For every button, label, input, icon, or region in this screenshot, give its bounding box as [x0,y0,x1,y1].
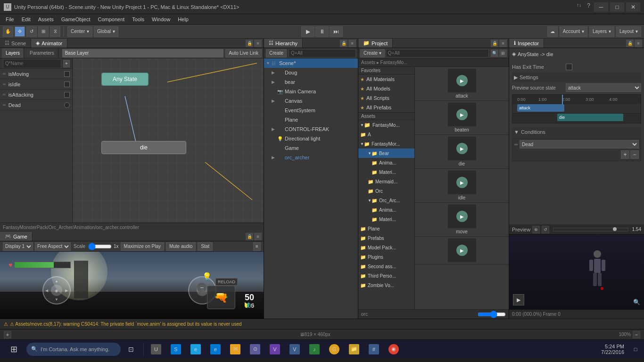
conditions-section[interactable]: ▼ Conditions [512,127,641,137]
project-create-btn[interactable]: Create ▾ [360,49,385,58]
hierarchy-item-bear[interactable]: ▶ bear [264,77,358,87]
edge-btn[interactable]: e [206,341,225,358]
search-btn[interactable]: 🔍 [491,49,498,57]
hierarchy-item-orc[interactable]: ▶ orc_archer [264,153,358,162]
hierarchy-item-game[interactable]: Game [264,143,358,153]
auto-live-link-button[interactable]: Auto Live Link [225,49,262,58]
folder-third-pers[interactable]: 📁 Third Perso... [358,271,414,280]
cortana-search[interactable]: 🔍 I'm Cortana. Ask me anything. [26,343,121,356]
isidle-checkbox[interactable] [64,82,70,87]
cloud-button[interactable]: ☁ [547,26,558,37]
animator-tab[interactable]: ◈ Animator [31,39,67,48]
scrubber-handle[interactable] [613,227,617,231]
account-dropdown[interactable]: Account ▾ [560,26,587,37]
folder-orc-anim[interactable]: 📁 Anima... [358,205,414,214]
folder-orc-archer[interactable]: ▼ 📁 Orc_Arc... [358,196,414,205]
inspector-tab[interactable]: ℹ Inspector [509,39,544,48]
maximize-button[interactable]: □ [610,2,624,12]
hierarchy-item-canvas[interactable]: ▶ Canvas [264,96,358,106]
notification-btn[interactable]: □ [629,340,642,358]
folder-all-scripts[interactable]: ★ All Scripts [358,93,414,103]
tool-rotate[interactable]: ↺ [26,26,37,37]
asset-move[interactable]: ▶ move [415,203,509,237]
die-state-node[interactable]: die [101,141,186,154]
asset-beaten[interactable]: ▶ beaten [415,101,509,135]
audio-btn[interactable]: ♪ [305,341,324,358]
hierarchy-menu-btn[interactable]: ≡ [348,40,356,47]
mute-button[interactable]: Mute audio [166,242,196,251]
tool-move[interactable]: ✥ [15,26,25,37]
task-view-btn[interactable]: ⊡ [122,341,140,358]
skype-btn[interactable]: S [166,341,185,358]
folder-fantasym[interactable]: ▼ 📁 FantasyMo... [358,120,414,130]
calc-btn[interactable]: # [364,341,383,358]
minus-button[interactable]: − [197,282,207,293]
game-menu-button[interactable]: ≡ [254,233,262,240]
dead-indicator[interactable] [64,102,70,108]
step-button[interactable]: ⏭ [330,26,343,37]
hierarchy-item-dirlight[interactable]: 💡 Directional light [264,134,358,143]
inspector-lock-btn[interactable]: 🔒 [626,40,634,47]
pause-button[interactable]: ⏸ [315,26,329,37]
hierarchy-tab[interactable]: ☷ Hierarchy [264,39,303,48]
chrome-btn[interactable]: G [325,341,344,358]
preview-content[interactable]: ▶ 🔍 [509,235,644,309]
vs-btn[interactable]: V [265,341,284,358]
hierarchy-item-doug[interactable]: ▶ Doug [264,68,358,77]
chrome2-btn[interactable]: ◉ [384,341,403,358]
stats-button[interactable]: Stat [198,242,213,251]
sort-btn[interactable]: ⊞ [499,49,507,57]
parameters-tab[interactable]: Parameters [26,48,58,58]
scale-slider[interactable] [88,244,112,249]
vs2-btn[interactable]: V [285,341,304,358]
param-isidle[interactable]: ═ isIdle [0,79,73,90]
menu-help[interactable]: Help [174,16,192,23]
folder-plane[interactable]: 📁 Plane [358,224,414,233]
remove-condition-btn[interactable]: − [630,150,639,159]
preview-btn2[interactable]: ↺ [542,226,549,233]
minimize-button[interactable]: ─ [594,2,608,12]
hierarchy-lock-btn[interactable]: 🔒 [340,40,347,47]
left-joystick[interactable]: ◈ ▲ ▼ ◀ ▶ [42,276,71,304]
lock-button[interactable]: 🔒 [246,40,253,47]
menu-window[interactable]: Window [148,16,174,23]
light-icon[interactable]: 💡 [202,272,212,281]
param-isattacking[interactable]: ═ isAttacking [0,90,73,100]
asset-idle[interactable]: ▶ idle [415,169,509,203]
folder-orc[interactable]: 📁 Orc [358,186,414,196]
hierarchy-item-main-camera[interactable]: 📷 Main Camera [264,87,358,96]
has-exit-time-checkbox[interactable] [566,64,572,70]
folder-a[interactable]: 📁 A [358,130,414,139]
project-search-input[interactable] [386,49,489,58]
create-button[interactable]: Create [266,49,287,58]
panel-menu-button[interactable]: ≡ [254,40,262,47]
add-param-button[interactable]: + [63,60,70,67]
menu-component[interactable]: Component [94,16,128,23]
tool-hand[interactable]: ✋ [3,26,13,37]
tool-rect[interactable]: ⧖ [50,26,60,37]
project-menu-btn[interactable]: ≡ [499,40,507,47]
folder-second-ass[interactable]: 📁 Second ass... [358,262,414,271]
ie-btn[interactable]: e [186,341,205,358]
mail-btn[interactable]: ✉ [226,341,245,358]
space-dropdown[interactable]: Global ▾ [94,26,118,37]
close-button[interactable]: ✕ [626,2,640,12]
hierarchy-item-controlfreak[interactable]: ▶ CONTROL-FREAK [264,124,358,134]
folder-plugins[interactable]: 📁 Plugins [358,252,414,262]
preview-play-btn[interactable]: ▶ [513,294,524,305]
game-viewport[interactable]: ♥ ◈ ▲ ▼ ◀ ▶ ⊕ [0,252,264,319]
pivot-dropdown[interactable]: Center ▾ [67,26,92,37]
condition-param-select[interactable]: Dead isMoving isIdle isAttacking [520,140,639,148]
param-ismoving[interactable]: ═ isMoving [0,69,73,79]
zoom-slider[interactable] [478,313,506,316]
maximize-button[interactable]: Maximize on Play [121,242,164,251]
magnify-icon[interactable]: 🔍 [633,299,640,305]
folder-bear-anim[interactable]: 📁 Anima... [358,158,414,167]
game-panel-menu[interactable]: ≡ [253,242,261,251]
menu-tools[interactable]: Tools [128,16,148,23]
folder-model-pack[interactable]: 📁 Model Pack... [358,243,414,252]
folder-all-prefabs[interactable]: ★ All Prefabs [358,103,414,112]
settings-section[interactable]: ▶ Settings [512,73,641,82]
menu-file[interactable]: File [2,16,18,23]
gun-icon[interactable]: 🔫 [207,286,235,309]
